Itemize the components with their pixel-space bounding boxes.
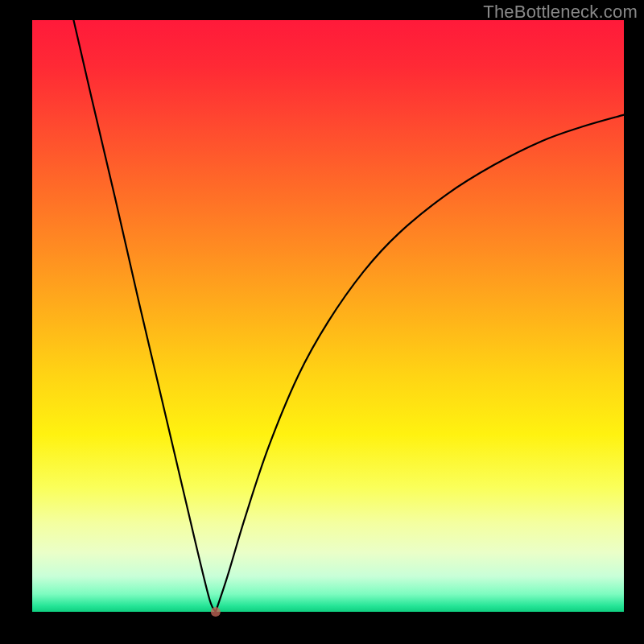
- minimum-marker: [211, 607, 221, 617]
- chart-frame: TheBottleneck.com: [0, 0, 644, 644]
- watermark-text: TheBottleneck.com: [483, 2, 638, 23]
- curve-group: [73, 20, 624, 612]
- series-left-branch: [73, 20, 215, 612]
- plot-area: [32, 20, 624, 612]
- bottleneck-curve: [32, 20, 624, 612]
- series-right-branch: [216, 115, 624, 612]
